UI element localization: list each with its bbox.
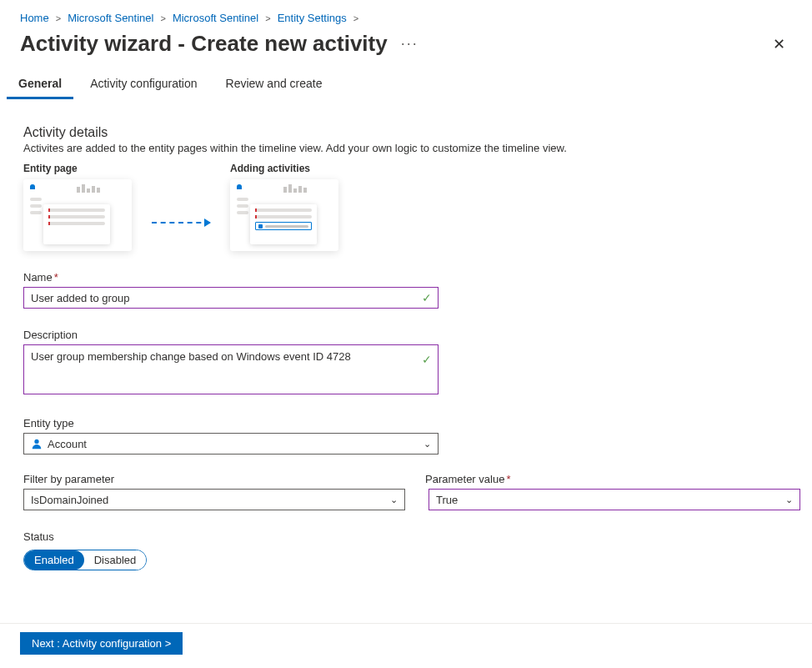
tab-review-and-create[interactable]: Review and create bbox=[214, 70, 334, 101]
required-icon: * bbox=[54, 271, 58, 284]
status-disabled-option[interactable]: Disabled bbox=[84, 550, 147, 570]
breadcrumb-sentinel-1[interactable]: Microsoft Sentinel bbox=[68, 12, 153, 24]
entity-type-label: Entity type bbox=[23, 417, 789, 429]
name-input[interactable] bbox=[23, 287, 439, 309]
breadcrumb-sentinel-2[interactable]: Microsoft Sentinel bbox=[173, 12, 258, 24]
filter-by-parameter-label: Filter by parameter bbox=[23, 473, 405, 485]
activity-details-heading: Activity details bbox=[23, 125, 789, 140]
page-title: Activity wizard - Create new activity bbox=[20, 31, 388, 57]
filter-by-parameter-select[interactable]: IsDomainJoined ⌄ bbox=[23, 489, 405, 510]
chevron-right-icon: > bbox=[160, 13, 165, 23]
chevron-down-icon: ⌄ bbox=[390, 495, 398, 505]
breadcrumb: Home > Microsoft Sentinel > Microsoft Se… bbox=[0, 0, 812, 31]
chevron-down-icon: ⌄ bbox=[785, 495, 793, 505]
svg-point-0 bbox=[34, 439, 38, 444]
wizard-footer: Next : Activity configuration > bbox=[0, 623, 812, 668]
arrow-icon bbox=[152, 222, 210, 224]
entity-type-value: Account bbox=[48, 438, 87, 450]
activity-details-description: Activites are added to the entity pages … bbox=[23, 142, 789, 154]
illustration-row: Entity page Adding activities bbox=[23, 163, 789, 251]
parameter-value-value: True bbox=[436, 494, 458, 506]
chevron-right-icon: > bbox=[56, 13, 61, 23]
entity-page-illustration bbox=[23, 179, 132, 251]
breadcrumb-home[interactable]: Home bbox=[20, 12, 49, 24]
close-button[interactable]: ✕ bbox=[766, 32, 792, 57]
close-icon: ✕ bbox=[773, 36, 785, 53]
entity-page-label: Entity page bbox=[23, 163, 78, 174]
chevron-right-icon: > bbox=[265, 13, 270, 23]
parameter-value-select[interactable]: True ⌄ bbox=[429, 489, 800, 510]
status-toggle[interactable]: Enabled Disabled bbox=[23, 550, 147, 570]
parameter-value-label: Parameter value* bbox=[425, 473, 800, 485]
description-label: Description bbox=[23, 329, 789, 341]
wizard-tabs: General Activity configuration Review an… bbox=[0, 70, 812, 102]
entity-type-select[interactable]: Account ⌄ bbox=[23, 433, 439, 455]
filter-by-parameter-value: IsDomainJoined bbox=[31, 494, 108, 506]
name-label: Name* bbox=[23, 271, 789, 284]
adding-activities-label: Adding activities bbox=[230, 163, 310, 174]
chevron-right-icon: > bbox=[353, 13, 358, 23]
required-icon: * bbox=[506, 473, 510, 485]
breadcrumb-entity-settings[interactable]: Entity Settings bbox=[278, 12, 347, 24]
tab-activity-configuration[interactable]: Activity configuration bbox=[78, 70, 208, 101]
more-options-button[interactable]: ··· bbox=[398, 35, 422, 53]
next-button[interactable]: Next : Activity configuration > bbox=[20, 632, 183, 655]
account-icon bbox=[31, 438, 43, 450]
status-enabled-option[interactable]: Enabled bbox=[24, 550, 84, 570]
adding-activities-illustration bbox=[230, 179, 338, 251]
description-input[interactable] bbox=[23, 344, 439, 394]
status-label: Status bbox=[23, 530, 789, 543]
tab-general[interactable]: General bbox=[7, 70, 73, 101]
chevron-down-icon: ⌄ bbox=[424, 439, 431, 450]
